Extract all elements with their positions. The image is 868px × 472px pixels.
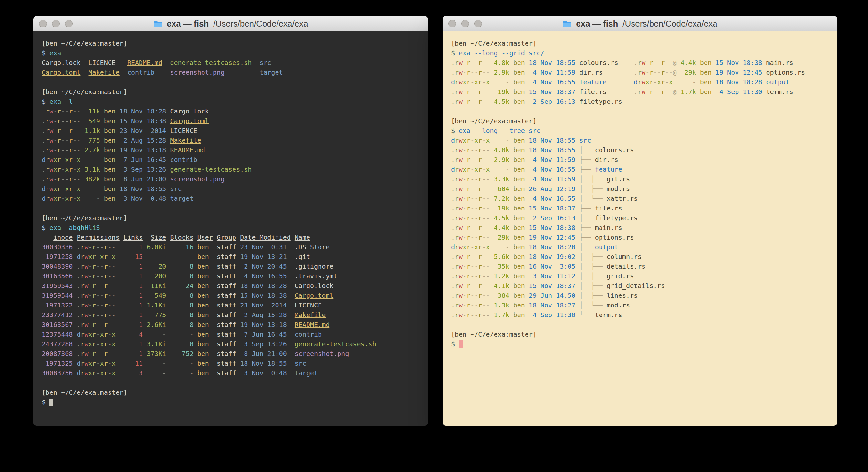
permission-char: - bbox=[486, 68, 490, 76]
terminal-line: $ bbox=[42, 397, 420, 407]
text-run: screenshot.png bbox=[294, 350, 349, 358]
permission-char: - bbox=[486, 146, 490, 154]
permission-char: - bbox=[96, 359, 100, 367]
text-run: $ bbox=[42, 49, 50, 57]
text-run bbox=[509, 253, 513, 261]
text-run bbox=[193, 233, 197, 241]
terminal-body[interactable]: [ben ~/C/e/exa:master]$ exaCargo.lock LI… bbox=[33, 31, 428, 426]
text-run bbox=[509, 185, 513, 193]
permission-char: w bbox=[459, 68, 463, 76]
permission-char: - bbox=[73, 156, 76, 164]
text-run bbox=[193, 282, 197, 290]
text-run bbox=[509, 166, 513, 173]
permission-char: - bbox=[89, 311, 92, 319]
titlebar[interactable]: exa — fish /Users/ben/Code/exa/exa bbox=[33, 16, 428, 31]
text-run: 15 bbox=[123, 253, 143, 261]
text-run: term.rs bbox=[766, 88, 794, 96]
permission-char: - bbox=[112, 350, 116, 358]
text-run: lines.rs bbox=[607, 292, 638, 299]
text-run bbox=[193, 243, 197, 251]
text-run bbox=[116, 292, 123, 299]
permission-char: - bbox=[470, 78, 474, 86]
permission-char: r bbox=[478, 78, 482, 86]
text-run: 18 Nov 18:55 bbox=[529, 137, 576, 144]
permission-char: - bbox=[100, 301, 104, 309]
text-run bbox=[193, 301, 197, 309]
text-run: 20087308 bbox=[42, 350, 73, 358]
text-run: 604 bbox=[490, 185, 509, 193]
text-run: 29k bbox=[677, 68, 696, 76]
permission-char: - bbox=[482, 282, 486, 290]
permission-char: - bbox=[89, 292, 92, 299]
permission-char: w bbox=[459, 233, 463, 241]
text-run: 8 bbox=[170, 272, 193, 280]
permission-char: r bbox=[104, 340, 108, 348]
permission-char: - bbox=[463, 253, 466, 261]
close-button[interactable] bbox=[448, 20, 456, 28]
terminal-body[interactable]: [ben ~/C/e/exa:master]$ exa --long --gri… bbox=[442, 31, 837, 426]
minimize-button[interactable] bbox=[52, 20, 60, 28]
terminal-line: 12375448 drwxr-xr-x 4 - - ben staff 7 Ju… bbox=[42, 329, 420, 339]
permission-char: - bbox=[73, 146, 76, 154]
text-run bbox=[763, 88, 766, 96]
permission-char: . bbox=[451, 156, 455, 164]
text-run: LICENCE bbox=[170, 127, 197, 135]
permission-char: r bbox=[104, 253, 108, 261]
permission-char: - bbox=[112, 301, 116, 309]
permission-char: x bbox=[89, 369, 92, 377]
text-run: feature bbox=[579, 78, 606, 86]
permission-char: r bbox=[466, 88, 470, 96]
text-run: 18 Nov 18:28 bbox=[240, 282, 287, 290]
text-run bbox=[116, 263, 123, 270]
terminal-line: [ben ~/C/e/exa:master] bbox=[42, 213, 420, 223]
zoom-button[interactable] bbox=[65, 20, 73, 28]
permission-char: w bbox=[84, 272, 88, 280]
text-run: [ben ~/C/e/exa:master] bbox=[451, 330, 536, 338]
permission-char: r bbox=[455, 185, 459, 193]
text-run bbox=[193, 330, 197, 338]
text-run: 1 bbox=[123, 292, 143, 299]
permission-char: . bbox=[76, 301, 81, 309]
permission-char: w bbox=[459, 224, 463, 232]
text-run: 24377288 bbox=[42, 340, 73, 348]
permission-char: x bbox=[112, 340, 116, 348]
permission-char: r bbox=[478, 263, 482, 270]
text-run bbox=[166, 359, 170, 367]
permission-char: . bbox=[76, 350, 81, 358]
permission-char: - bbox=[645, 88, 649, 96]
text-run: 15 Nov 18:37 bbox=[529, 282, 576, 290]
text-run: colours.rs bbox=[579, 59, 618, 67]
text-run bbox=[575, 233, 579, 241]
close-button[interactable] bbox=[39, 20, 47, 28]
text-run: LICENCE bbox=[294, 301, 322, 309]
text-run: 18 Nov 19:02 bbox=[529, 253, 576, 261]
text-run bbox=[291, 233, 294, 241]
text-run bbox=[696, 78, 700, 86]
permission-char: - bbox=[100, 272, 104, 280]
text-run bbox=[166, 137, 170, 144]
text-run: dir.rs bbox=[595, 156, 618, 164]
text-run: 7 Jun 16:45 bbox=[240, 330, 287, 338]
permission-char: w bbox=[84, 253, 88, 261]
terminal-line: .rwxr-xr-x 3.1k ben 3 Sep 13:26 generate… bbox=[42, 165, 420, 174]
text-run bbox=[525, 272, 529, 280]
text-run: ben bbox=[513, 146, 525, 154]
permission-char: - bbox=[470, 195, 474, 202]
permission-char: r bbox=[466, 98, 470, 106]
permission-char: - bbox=[73, 185, 76, 193]
permission-char: r bbox=[92, 282, 96, 290]
permission-char: - bbox=[474, 301, 478, 309]
minimize-button[interactable] bbox=[461, 20, 469, 28]
text-run: 4 Sep 11:30 bbox=[529, 311, 576, 319]
permission-char: w bbox=[459, 88, 463, 96]
text-run bbox=[287, 321, 294, 328]
permission-char: - bbox=[657, 59, 661, 67]
text-run: │ ├── bbox=[579, 263, 606, 270]
text-run: 16 Nov 3:05 bbox=[529, 263, 576, 270]
text-run: 8 Jun 21:00 bbox=[120, 175, 166, 183]
titlebar[interactable]: exa — fish /Users/ben/Code/exa/exa bbox=[442, 16, 837, 31]
text-run bbox=[236, 321, 240, 328]
zoom-button[interactable] bbox=[474, 20, 482, 28]
text-run: Size bbox=[151, 233, 166, 241]
text-run: [ben ~/C/e/exa:master] bbox=[42, 39, 127, 47]
